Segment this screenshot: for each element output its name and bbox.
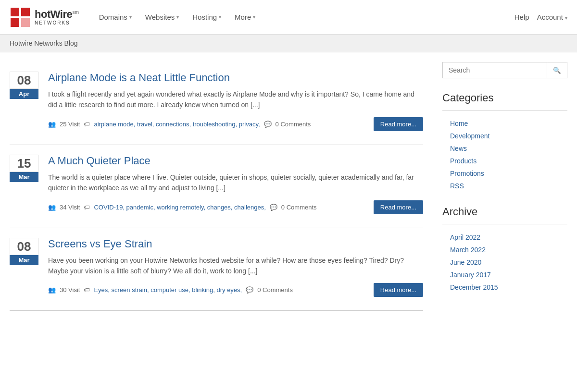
comment-icon: 💬 [264,121,272,128]
post-2-month: Mar [10,172,38,182]
archive-april-2022[interactable]: April 2022 [442,231,567,244]
post-1-month: Apr [10,89,38,99]
logo-networks-label: NETWORKS [35,20,79,25]
navbar-left: hotWiresm NETWORKS Domains ▾ Websites ▾ … [10,7,261,28]
post-3-day: 08 [10,238,38,255]
post-3-body: Screens vs Eye Strain Have you been work… [48,238,423,297]
post-3-excerpt: Have you been working on your Hotwire Ne… [48,255,423,277]
post-1-meta-row: 👥 25 Visit 🏷 airplane mode, travel, conn… [48,117,423,131]
nav-links: Domains ▾ Websites ▾ Hosting ▾ More ▾ [93,9,262,25]
logo-hotwire: hotWiresm [35,9,79,20]
post-1-visits: 25 Visit [60,121,80,128]
comment-icon: 💬 [270,204,277,211]
post-2-body: A Much Quieter Place The world is a quie… [48,155,423,214]
post-1-day: 08 [10,72,38,89]
archive-divider [442,224,567,224]
post-2-excerpt: The world is a quieter place where I liv… [48,172,423,194]
archive-june-2020[interactable]: June 2020 [442,256,567,269]
sidebar: 🔍 Categories Home Development News Produ… [442,62,567,311]
chevron-down-icon: ▾ [565,15,567,21]
nav-item-more[interactable]: More ▾ [229,9,261,25]
archive-december-2015[interactable]: December 2015 [442,281,567,294]
breadcrumb: Hotwire Networks Blog [0,35,577,52]
logo[interactable]: hotWiresm NETWORKS [10,7,79,28]
svg-rect-3 [21,18,30,27]
category-development[interactable]: Development [442,130,567,142]
post-2-comments: 0 Comments [281,204,317,211]
archive-section: Archive April 2022 March 2022 June 2020 … [442,206,567,294]
nav-account[interactable]: Account ▾ [537,13,567,21]
category-home[interactable]: Home [442,117,567,130]
search-button[interactable]: 🔍 [547,62,567,78]
nav-item-hosting[interactable]: Hosting ▾ [187,9,227,25]
post-3-comments: 0 Comments [257,286,293,294]
tag-icon: 🏷 [84,286,90,294]
post-1: 08 Apr Airplane Mode is a Neat Little Fu… [10,62,423,141]
categories-divider [442,110,567,110]
categories-section: Categories Home Development News Product… [442,92,567,192]
post-1-excerpt: I took a flight recently and yet again w… [48,89,423,110]
chevron-down-icon: ▾ [176,14,179,20]
nav-item-websites[interactable]: Websites ▾ [139,9,185,25]
archive-heading: Archive [442,206,567,218]
post-3-meta-row: 👥 30 Visit 🏷 Eyes, screen strain, comput… [48,283,423,297]
category-news[interactable]: News [442,142,567,155]
svg-rect-1 [21,8,30,16]
post-3-tags: Eyes, screen strain, computer use, blink… [94,286,242,294]
post-2-meta: 👥 34 Visit 🏷 COVID-19, pandemic, working… [48,204,317,211]
visitors-icon: 👥 [48,204,56,211]
navbar: hotWiresm NETWORKS Domains ▾ Websites ▾ … [0,0,577,35]
post-1-read-more[interactable]: Read more... [374,117,423,131]
post-2-title[interactable]: A Much Quieter Place [48,155,423,167]
post-1-tags: airplane mode, travel, connections, trou… [94,121,260,128]
category-products[interactable]: Products [442,155,567,167]
post-3-visits: 30 Visit [60,286,80,294]
post-2-day: 15 [10,155,38,172]
post-1-body: Airplane Mode is a Neat Little Function … [48,72,423,131]
categories-heading: Categories [442,92,567,104]
tag-icon: 🏷 [84,121,90,128]
post-3-month: Mar [10,255,38,265]
chevron-down-icon: ▾ [253,14,255,20]
chevron-down-icon: ▾ [129,14,132,20]
content-area: 08 Apr Airplane Mode is a Neat Little Fu… [10,62,423,311]
search-input[interactable] [442,62,547,78]
post-3-read-more[interactable]: Read more... [374,283,423,297]
logo-text: hotWiresm NETWORKS [35,9,79,25]
archive-january-2017[interactable]: January 2017 [442,269,567,281]
category-promotions[interactable]: Promotions [442,167,567,180]
post-3-title[interactable]: Screens vs Eye Strain [48,238,423,250]
post-2: 15 Mar A Much Quieter Place The world is… [10,145,423,224]
post-2-visits: 34 Visit [60,204,80,211]
archive-march-2022[interactable]: March 2022 [442,244,567,256]
svg-rect-2 [11,18,19,27]
search-icon: 🔍 [553,67,561,74]
visitors-icon: 👥 [48,286,56,294]
post-3: 08 Mar Screens vs Eye Strain Have you be… [10,228,423,307]
post-2-tags: COVID-19, pandemic, working remotely, ch… [94,204,265,211]
logo-icon [10,7,31,28]
visitors-icon: 👥 [48,121,56,128]
comment-icon: 💬 [246,286,253,294]
post-1-date-badge: 08 Apr [10,72,38,131]
main-container: 08 Apr Airplane Mode is a Neat Little Fu… [0,52,577,320]
category-rss[interactable]: RSS [442,180,567,192]
svg-rect-0 [11,8,19,16]
post-2-meta-row: 👥 34 Visit 🏷 COVID-19, pandemic, working… [48,200,423,214]
post-1-comments: 0 Comments [276,121,311,128]
post-2-date-badge: 15 Mar [10,155,38,214]
post-3-meta: 👥 30 Visit 🏷 Eyes, screen strain, comput… [48,286,293,294]
nav-help[interactable]: Help [514,13,529,21]
post-1-meta: 👥 25 Visit 🏷 airplane mode, travel, conn… [48,121,311,128]
navbar-right: Help Account ▾ [514,13,567,21]
tag-icon: 🏷 [84,204,90,211]
post-1-title[interactable]: Airplane Mode is a Neat Little Function [48,72,423,84]
nav-item-domains[interactable]: Domains ▾ [93,9,138,25]
chevron-down-icon: ▾ [219,14,221,20]
post-2-read-more[interactable]: Read more... [374,200,423,214]
sidebar-search-container: 🔍 [442,62,567,78]
post-3-date-badge: 08 Mar [10,238,38,297]
post-3-divider [10,310,423,311]
